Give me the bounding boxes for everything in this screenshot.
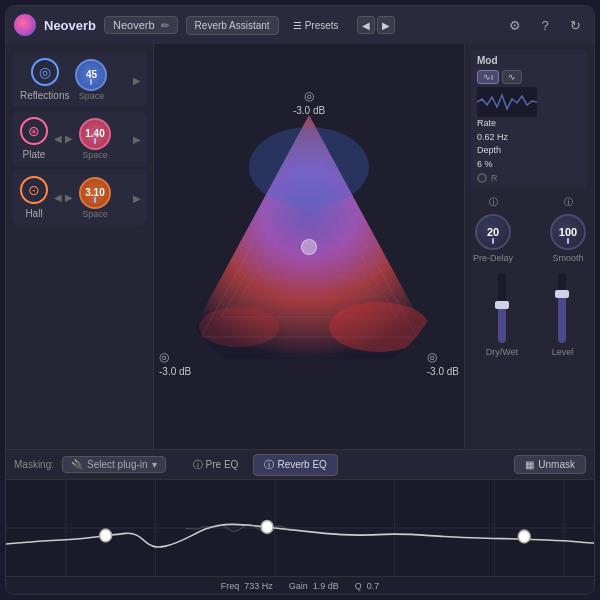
- noise-display: [477, 87, 537, 117]
- title-bar: Neoverb Neoverb ✏ Reverb Assistant ☰ Pre…: [6, 6, 594, 44]
- sphere-top-label: ◎ -3.0 dB: [293, 89, 325, 116]
- pre-eq-info-icon: ⓘ: [193, 458, 203, 472]
- svg-point-9: [199, 307, 279, 347]
- mod-btn-wave1[interactable]: ∿ι: [477, 70, 499, 84]
- help-icon[interactable]: ?: [534, 14, 556, 36]
- reflections-knob-container: 45 Space: [75, 59, 107, 101]
- reflections-section: ◎ Reflections 45 Space ▶: [12, 52, 147, 107]
- sphere-bottom-right-label: ◎ -3.0 dB: [427, 350, 459, 377]
- select-plugin-icon: 🔌: [71, 459, 83, 470]
- hall-label: Hall: [25, 208, 42, 219]
- knob-section: ⓘ 20 Pre-Delay ⓘ 100 Smooth: [471, 192, 588, 267]
- level-item: Level: [552, 273, 574, 357]
- smooth-value: 100: [559, 226, 577, 238]
- eq-canvas[interactable]: [6, 480, 594, 576]
- reflections-knob[interactable]: 45: [75, 59, 107, 91]
- gain-value: 1.9 dB: [313, 581, 339, 591]
- pre-delay-label: Pre-Delay: [473, 253, 513, 263]
- q-label: Q: [355, 581, 362, 591]
- reverb-eq-label: Reverb EQ: [277, 459, 326, 470]
- left-sidebar: ◎ Reflections 45 Space ▶ ⊛ Plate: [6, 44, 154, 449]
- hall-space-label: Space: [82, 209, 108, 219]
- r-radio[interactable]: [477, 173, 487, 183]
- main-content: ◎ Reflections 45 Space ▶ ⊛ Plate: [6, 44, 594, 449]
- dry-wet-label: Dry/Wet: [486, 347, 518, 357]
- eq-canvas-area: [6, 480, 594, 576]
- reflections-space-label: Space: [79, 91, 105, 101]
- slider-section: Dry/Wet Level: [471, 271, 588, 359]
- plate-knob-container: 1.40 Space: [79, 118, 111, 160]
- plate-expand-arrow[interactable]: ▶: [133, 133, 141, 144]
- eq-toolbar: Masking: 🔌 Select plug-in ▾ ⓘ Pre EQ ⓘ R…: [6, 450, 594, 480]
- sphere-container[interactable]: ◎ -3.0 dB ◎ -3.0 dB ◎ -3.0 dB: [169, 107, 449, 387]
- reverb-assistant-button[interactable]: Reverb Assistant: [186, 16, 279, 35]
- q-item: Q 0.7: [355, 581, 380, 591]
- dry-wet-track[interactable]: [498, 273, 506, 343]
- svg-point-8: [329, 302, 429, 352]
- mod-depth: Depth 6 %: [477, 144, 582, 171]
- plate-arrow-controls: ◀ ▶: [54, 133, 73, 144]
- plate-label: Plate: [23, 149, 46, 160]
- freq-value: 733 Hz: [244, 581, 273, 591]
- presets-label: Presets: [305, 20, 339, 31]
- sync-icon[interactable]: ↻: [564, 14, 586, 36]
- pre-delay-knob[interactable]: 20: [475, 214, 511, 250]
- plate-knob[interactable]: 1.40: [79, 118, 111, 150]
- reverb-eq-info-icon: ⓘ: [264, 458, 274, 472]
- mod-btn-wave2[interactable]: ∿: [502, 70, 522, 84]
- r-label: R: [491, 173, 498, 183]
- depth-value: 6 %: [477, 159, 493, 169]
- pre-delay-item: ⓘ 20 Pre-Delay: [473, 196, 513, 263]
- smooth-label: Smooth: [552, 253, 583, 263]
- plate-prev-arrow[interactable]: ◀: [54, 133, 62, 144]
- presets-button[interactable]: ☰ Presets: [287, 17, 345, 34]
- hall-expand-arrow[interactable]: ▶: [133, 192, 141, 203]
- smooth-knob[interactable]: 100: [550, 214, 586, 250]
- eq-tabs: ⓘ Pre EQ ⓘ Reverb EQ: [182, 454, 338, 476]
- hall-arrow-controls: ◀ ▶: [54, 192, 73, 203]
- plate-section: ⊛ Plate ◀ ▶ 1.40 Space ▶: [12, 111, 147, 166]
- hall-icon: ⊙: [20, 176, 48, 204]
- hall-next-arrow[interactable]: ▶: [65, 192, 73, 203]
- hall-prev-arrow[interactable]: ◀: [54, 192, 62, 203]
- reflections-icon: ◎: [31, 58, 59, 86]
- nav-next-button[interactable]: ▶: [377, 16, 395, 34]
- dry-wet-thumb[interactable]: [495, 301, 509, 309]
- level-track[interactable]: [558, 273, 566, 343]
- pre-eq-tab[interactable]: ⓘ Pre EQ: [182, 454, 250, 476]
- hall-knob[interactable]: 3.10: [79, 177, 111, 209]
- sphere-bottom-left-label: ◎ -3.0 dB: [159, 350, 191, 377]
- dry-wet-fill: [498, 305, 506, 344]
- app-window: Neoverb Neoverb ✏ Reverb Assistant ☰ Pre…: [5, 5, 595, 595]
- svg-point-18: [100, 529, 112, 542]
- rate-value: 0.62 Hz: [477, 132, 508, 142]
- plate-space-label: Space: [82, 150, 108, 160]
- masking-label: Masking:: [14, 459, 54, 470]
- plate-next-arrow[interactable]: ▶: [65, 133, 73, 144]
- reverb-eq-tab[interactable]: ⓘ Reverb EQ: [253, 454, 337, 476]
- preset-name-box[interactable]: Neoverb ✏: [104, 16, 178, 34]
- presets-icon: ☰: [293, 20, 302, 31]
- reflections-expand-arrow[interactable]: ▶: [133, 74, 141, 85]
- gear-icon[interactable]: ⚙: [504, 14, 526, 36]
- mod-buttons: ∿ι ∿: [477, 70, 582, 84]
- mod-section: Mod ∿ι ∿ Rate 0.62 Hz Depth 6 %: [471, 50, 588, 188]
- right-panel: Mod ∿ι ∿ Rate 0.62 Hz Depth 6 %: [464, 44, 594, 449]
- nav-prev-button[interactable]: ◀: [357, 16, 375, 34]
- level-thumb[interactable]: [555, 290, 569, 298]
- unmask-button[interactable]: ▦ Unmask: [514, 455, 586, 474]
- q-value: 0.7: [367, 581, 380, 591]
- svg-point-20: [518, 530, 530, 543]
- svg-point-19: [261, 521, 273, 534]
- gain-label: Gain: [289, 581, 308, 591]
- select-plugin-dropdown[interactable]: 🔌 Select plug-in ▾: [62, 456, 166, 473]
- dropdown-arrow-icon: ▾: [152, 459, 157, 470]
- mod-rate: Rate 0.62 Hz: [477, 117, 582, 144]
- sphere-center-dot[interactable]: [301, 239, 317, 255]
- center-area: ◎ -3.0 dB ◎ -3.0 dB ◎ -3.0 dB: [154, 44, 464, 449]
- smooth-item: ⓘ 100 Smooth: [550, 196, 586, 263]
- preset-name: Neoverb: [113, 19, 155, 31]
- pencil-icon: ✏: [161, 20, 169, 31]
- level-label: Level: [552, 347, 574, 357]
- freq-info-bar: Freq 733 Hz Gain 1.9 dB Q 0.7: [6, 576, 594, 594]
